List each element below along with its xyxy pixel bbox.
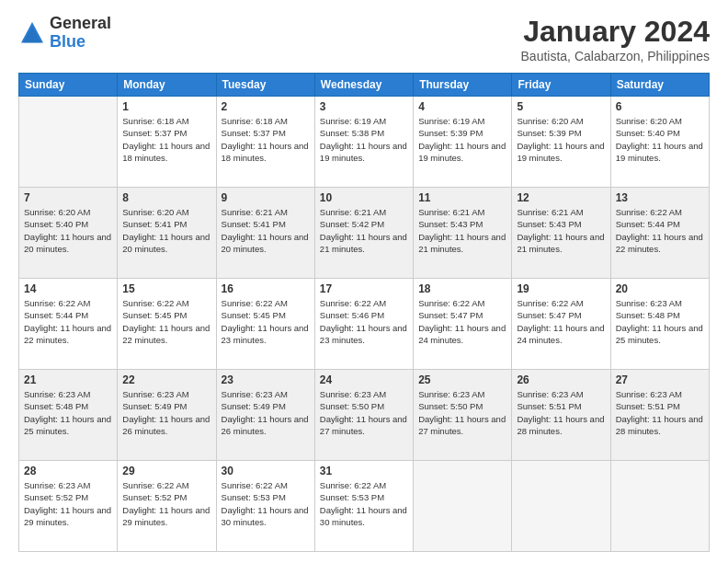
table-row: 30 Sunrise: 6:22 AM Sunset: 5:53 PM Dayl… [216, 461, 314, 552]
col-sunday: Sunday [19, 74, 118, 97]
logo-blue-text: Blue [50, 33, 111, 52]
day-number: 7 [24, 191, 112, 204]
day-info: Sunrise: 6:21 AM Sunset: 5:42 PM Dayligh… [320, 206, 408, 255]
table-row: 13 Sunrise: 6:22 AM Sunset: 5:44 PM Dayl… [610, 188, 709, 279]
day-info: Sunrise: 6:21 AM Sunset: 5:43 PM Dayligh… [418, 206, 506, 255]
table-row: 14 Sunrise: 6:22 AM Sunset: 5:44 PM Dayl… [19, 279, 118, 370]
day-number: 28 [24, 465, 112, 477]
calendar-week-row: 7 Sunrise: 6:20 AM Sunset: 5:40 PM Dayli… [19, 188, 710, 279]
calendar-table: Sunday Monday Tuesday Wednesday Thursday… [18, 73, 710, 552]
day-number: 15 [122, 282, 210, 295]
day-number: 24 [320, 373, 408, 386]
day-number: 3 [320, 100, 408, 113]
logo-icon [18, 19, 46, 47]
day-info: Sunrise: 6:20 AM Sunset: 5:41 PM Dayligh… [122, 206, 210, 255]
table-row: 1 Sunrise: 6:18 AM Sunset: 5:37 PM Dayli… [118, 97, 216, 188]
calendar-week-row: 1 Sunrise: 6:18 AM Sunset: 5:37 PM Dayli… [19, 97, 710, 188]
day-number: 9 [222, 191, 310, 204]
day-info: Sunrise: 6:23 AM Sunset: 5:51 PM Dayligh… [517, 388, 605, 437]
day-number: 21 [24, 373, 112, 386]
table-row [414, 461, 512, 552]
table-row: 8 Sunrise: 6:20 AM Sunset: 5:41 PM Dayli… [118, 188, 216, 279]
day-number: 10 [320, 191, 408, 204]
day-number: 20 [616, 282, 704, 295]
col-tuesday: Tuesday [216, 74, 314, 97]
day-info: Sunrise: 6:23 AM Sunset: 5:52 PM Dayligh… [24, 479, 112, 528]
day-info: Sunrise: 6:22 AM Sunset: 5:45 PM Dayligh… [222, 297, 310, 346]
day-info: Sunrise: 6:23 AM Sunset: 5:48 PM Dayligh… [616, 297, 704, 346]
month-year-title: January 2024 [521, 15, 710, 49]
day-info: Sunrise: 6:22 AM Sunset: 5:53 PM Dayligh… [222, 479, 310, 528]
table-row: 5 Sunrise: 6:20 AM Sunset: 5:39 PM Dayli… [512, 97, 610, 188]
day-number: 2 [222, 100, 310, 113]
table-row: 25 Sunrise: 6:23 AM Sunset: 5:50 PM Dayl… [414, 370, 512, 461]
table-row: 16 Sunrise: 6:22 AM Sunset: 5:45 PM Dayl… [216, 279, 314, 370]
day-info: Sunrise: 6:22 AM Sunset: 5:46 PM Dayligh… [320, 297, 408, 346]
day-info: Sunrise: 6:22 AM Sunset: 5:53 PM Dayligh… [320, 479, 408, 528]
day-number: 16 [222, 282, 310, 295]
day-info: Sunrise: 6:23 AM Sunset: 5:51 PM Dayligh… [616, 388, 704, 437]
day-number: 29 [122, 465, 210, 477]
table-row: 23 Sunrise: 6:23 AM Sunset: 5:49 PM Dayl… [216, 370, 314, 461]
day-number: 6 [616, 100, 704, 113]
day-info: Sunrise: 6:21 AM Sunset: 5:41 PM Dayligh… [222, 206, 310, 255]
day-number: 5 [517, 100, 605, 113]
day-number: 18 [418, 282, 506, 295]
table-row: 21 Sunrise: 6:23 AM Sunset: 5:48 PM Dayl… [19, 370, 118, 461]
table-row: 28 Sunrise: 6:23 AM Sunset: 5:52 PM Dayl… [19, 461, 118, 552]
table-row: 18 Sunrise: 6:22 AM Sunset: 5:47 PM Dayl… [414, 279, 512, 370]
day-info: Sunrise: 6:20 AM Sunset: 5:40 PM Dayligh… [24, 206, 112, 255]
table-row: 4 Sunrise: 6:19 AM Sunset: 5:39 PM Dayli… [414, 97, 512, 188]
day-info: Sunrise: 6:23 AM Sunset: 5:49 PM Dayligh… [222, 388, 310, 437]
logo-text: General Blue [50, 15, 111, 52]
calendar-week-row: 21 Sunrise: 6:23 AM Sunset: 5:48 PM Dayl… [19, 370, 710, 461]
table-row: 27 Sunrise: 6:23 AM Sunset: 5:51 PM Dayl… [610, 370, 709, 461]
day-number: 12 [517, 191, 605, 204]
day-info: Sunrise: 6:18 AM Sunset: 5:37 PM Dayligh… [222, 115, 310, 164]
day-info: Sunrise: 6:22 AM Sunset: 5:47 PM Dayligh… [517, 297, 605, 346]
day-info: Sunrise: 6:22 AM Sunset: 5:44 PM Dayligh… [616, 206, 704, 255]
day-info: Sunrise: 6:18 AM Sunset: 5:37 PM Dayligh… [122, 115, 210, 164]
table-row [512, 461, 610, 552]
col-thursday: Thursday [414, 74, 512, 97]
day-number: 23 [222, 373, 310, 386]
day-number: 13 [616, 191, 704, 204]
day-number: 14 [24, 282, 112, 295]
table-row: 19 Sunrise: 6:22 AM Sunset: 5:47 PM Dayl… [512, 279, 610, 370]
day-info: Sunrise: 6:23 AM Sunset: 5:49 PM Dayligh… [122, 388, 210, 437]
table-row: 17 Sunrise: 6:22 AM Sunset: 5:46 PM Dayl… [314, 279, 413, 370]
col-wednesday: Wednesday [314, 74, 413, 97]
table-row: 10 Sunrise: 6:21 AM Sunset: 5:42 PM Dayl… [314, 188, 413, 279]
day-number: 27 [616, 373, 704, 386]
day-number: 30 [222, 465, 310, 477]
table-row: 11 Sunrise: 6:21 AM Sunset: 5:43 PM Dayl… [414, 188, 512, 279]
table-row: 20 Sunrise: 6:23 AM Sunset: 5:48 PM Dayl… [610, 279, 709, 370]
day-number: 4 [418, 100, 506, 113]
day-info: Sunrise: 6:22 AM Sunset: 5:47 PM Dayligh… [418, 297, 506, 346]
table-row: 15 Sunrise: 6:22 AM Sunset: 5:45 PM Dayl… [118, 279, 216, 370]
table-row: 6 Sunrise: 6:20 AM Sunset: 5:40 PM Dayli… [610, 97, 709, 188]
page: General Blue January 2024 Bautista, Cala… [0, 0, 728, 563]
day-number: 26 [517, 373, 605, 386]
day-info: Sunrise: 6:23 AM Sunset: 5:48 PM Dayligh… [24, 388, 112, 437]
table-row: 12 Sunrise: 6:21 AM Sunset: 5:43 PM Dayl… [512, 188, 610, 279]
title-block: January 2024 Bautista, Calabarzon, Phili… [521, 15, 710, 63]
logo: General Blue [18, 15, 111, 52]
col-saturday: Saturday [610, 74, 709, 97]
day-number: 8 [122, 191, 210, 204]
header: General Blue January 2024 Bautista, Cala… [18, 15, 710, 63]
day-number: 17 [320, 282, 408, 295]
table-row: 9 Sunrise: 6:21 AM Sunset: 5:41 PM Dayli… [216, 188, 314, 279]
location-subtitle: Bautista, Calabarzon, Philippines [521, 49, 710, 63]
day-number: 19 [517, 282, 605, 295]
col-monday: Monday [118, 74, 216, 97]
day-info: Sunrise: 6:23 AM Sunset: 5:50 PM Dayligh… [418, 388, 506, 437]
calendar-header-row: Sunday Monday Tuesday Wednesday Thursday… [19, 74, 710, 97]
day-info: Sunrise: 6:23 AM Sunset: 5:50 PM Dayligh… [320, 388, 408, 437]
day-info: Sunrise: 6:20 AM Sunset: 5:40 PM Dayligh… [616, 115, 704, 164]
table-row: 7 Sunrise: 6:20 AM Sunset: 5:40 PM Dayli… [19, 188, 118, 279]
day-number: 31 [320, 465, 408, 477]
table-row: 31 Sunrise: 6:22 AM Sunset: 5:53 PM Dayl… [314, 461, 413, 552]
day-info: Sunrise: 6:21 AM Sunset: 5:43 PM Dayligh… [517, 206, 605, 255]
day-info: Sunrise: 6:20 AM Sunset: 5:39 PM Dayligh… [517, 115, 605, 164]
